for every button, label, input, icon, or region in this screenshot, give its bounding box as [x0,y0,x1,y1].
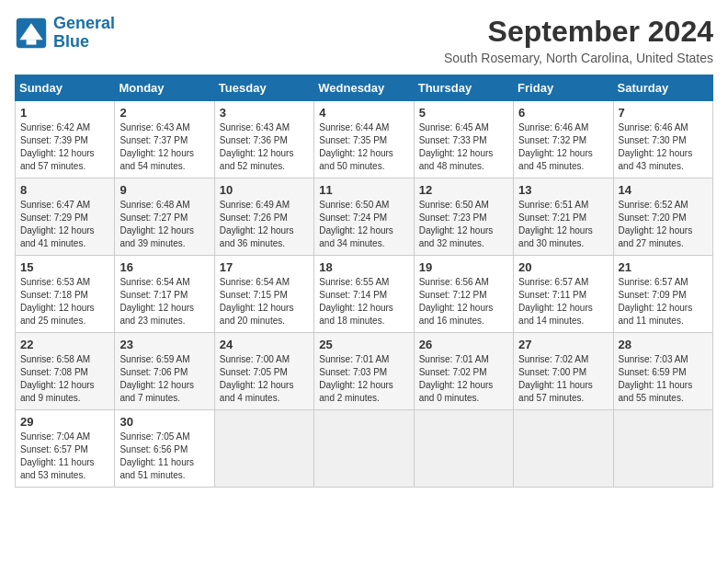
calendar-cell: 17 Sunrise: 6:54 AMSunset: 7:15 PMDaylig… [214,256,313,333]
calendar-cell: 8 Sunrise: 6:47 AMSunset: 7:29 PMDayligh… [16,178,115,256]
day-number: 24 [220,338,309,351]
day-number: 28 [619,338,708,351]
calendar-cell: 23 Sunrise: 6:59 AMSunset: 7:06 PMDaylig… [115,333,214,410]
day-info: Sunrise: 6:49 AMSunset: 7:26 PMDaylight:… [220,200,294,248]
day-number: 4 [319,106,408,120]
day-info: Sunrise: 6:46 AMSunset: 7:30 PMDaylight:… [619,122,693,171]
calendar-cell: 19 Sunrise: 6:56 AMSunset: 7:12 PMDaylig… [414,256,513,333]
day-info: Sunrise: 6:55 AMSunset: 7:14 PMDaylight:… [319,277,393,326]
calendar-cell: 15 Sunrise: 6:53 AMSunset: 7:18 PMDaylig… [16,256,115,333]
day-number: 8 [20,183,109,197]
day-number: 23 [119,338,209,351]
calendar-cell: 29 Sunrise: 7:04 AMSunset: 6:57 PMDaylig… [16,410,115,488]
calendar-cell [613,410,712,488]
day-info: Sunrise: 6:47 AMSunset: 7:29 PMDaylight:… [20,200,95,248]
calendar-cell: 26 Sunrise: 7:01 AMSunset: 7:02 PMDaylig… [414,333,513,410]
day-number: 18 [319,260,408,274]
day-number: 17 [220,260,309,274]
calendar-cell: 11 Sunrise: 6:50 AMSunset: 7:24 PMDaylig… [314,178,414,256]
calendar-cell: 7 Sunrise: 6:46 AMSunset: 7:30 PMDayligh… [613,101,712,178]
calendar-cell [314,410,414,488]
logo-icon [15,17,48,50]
calendar-row: 22 Sunrise: 6:58 AMSunset: 7:08 PMDaylig… [16,333,713,410]
logo-text: General Blue [53,15,115,52]
day-number: 20 [518,260,608,274]
calendar-cell: 25 Sunrise: 7:01 AMSunset: 7:03 PMDaylig… [314,333,414,410]
day-number: 30 [119,415,209,429]
day-number: 6 [518,106,608,120]
day-number: 1 [20,106,109,120]
day-info: Sunrise: 7:05 AMSunset: 6:56 PMDaylight:… [119,431,194,480]
day-info: Sunrise: 6:57 AMSunset: 7:09 PMDaylight:… [619,277,693,326]
day-info: Sunrise: 6:50 AMSunset: 7:24 PMDaylight:… [319,200,393,248]
calendar-day-header: Wednesday [314,75,414,101]
calendar-row: 29 Sunrise: 7:04 AMSunset: 6:57 PMDaylig… [16,410,713,488]
day-number: 2 [119,106,209,120]
day-info: Sunrise: 6:57 AMSunset: 7:11 PMDaylight:… [518,277,593,326]
calendar-cell: 14 Sunrise: 6:52 AMSunset: 7:20 PMDaylig… [613,178,712,256]
day-info: Sunrise: 6:48 AMSunset: 7:27 PMDaylight:… [119,200,194,248]
calendar-day-header: Monday [115,75,214,101]
day-info: Sunrise: 7:01 AMSunset: 7:03 PMDaylight:… [319,354,393,403]
calendar-cell: 4 Sunrise: 6:44 AMSunset: 7:35 PMDayligh… [314,101,414,178]
day-info: Sunrise: 6:46 AMSunset: 7:32 PMDaylight:… [518,122,593,171]
calendar-cell [214,410,313,488]
calendar-cell: 22 Sunrise: 6:58 AMSunset: 7:08 PMDaylig… [16,333,115,410]
calendar-cell: 24 Sunrise: 7:00 AMSunset: 7:05 PMDaylig… [214,333,313,410]
day-number: 10 [220,183,309,197]
calendar-row: 1 Sunrise: 6:42 AMSunset: 7:39 PMDayligh… [16,101,713,178]
calendar-day-header: Tuesday [214,75,313,101]
calendar-cell: 6 Sunrise: 6:46 AMSunset: 7:32 PMDayligh… [514,101,613,178]
day-info: Sunrise: 6:56 AMSunset: 7:12 PMDaylight:… [419,277,494,326]
day-info: Sunrise: 6:53 AMSunset: 7:18 PMDaylight:… [20,277,95,326]
day-number: 9 [119,183,209,197]
day-number: 14 [619,183,708,197]
calendar-cell: 9 Sunrise: 6:48 AMSunset: 7:27 PMDayligh… [115,178,214,256]
calendar-row: 8 Sunrise: 6:47 AMSunset: 7:29 PMDayligh… [16,178,713,256]
day-info: Sunrise: 6:45 AMSunset: 7:33 PMDaylight:… [419,122,494,171]
calendar-day-header: Sunday [16,75,115,101]
day-number: 21 [619,260,708,274]
day-info: Sunrise: 6:54 AMSunset: 7:15 PMDaylight:… [220,277,294,326]
calendar-cell: 28 Sunrise: 7:03 AMSunset: 6:59 PMDaylig… [613,333,712,410]
day-number: 11 [319,183,408,197]
day-number: 12 [419,183,508,197]
logo: General Blue [15,15,115,52]
calendar-day-header: Friday [514,75,613,101]
calendar-cell: 10 Sunrise: 6:49 AMSunset: 7:26 PMDaylig… [214,178,313,256]
calendar-cell: 18 Sunrise: 6:55 AMSunset: 7:14 PMDaylig… [314,256,414,333]
day-info: Sunrise: 7:02 AMSunset: 7:00 PMDaylight:… [518,354,593,403]
day-number: 15 [20,260,109,274]
day-info: Sunrise: 6:54 AMSunset: 7:17 PMDaylight:… [119,277,194,326]
calendar-cell: 1 Sunrise: 6:42 AMSunset: 7:39 PMDayligh… [16,101,115,178]
calendar-cell: 21 Sunrise: 6:57 AMSunset: 7:09 PMDaylig… [613,256,712,333]
day-number: 19 [419,260,508,274]
day-info: Sunrise: 6:59 AMSunset: 7:06 PMDaylight:… [119,354,194,403]
calendar-row: 15 Sunrise: 6:53 AMSunset: 7:18 PMDaylig… [16,256,713,333]
page-header: General Blue September 2024 South Rosema… [15,15,713,65]
day-number: 27 [518,338,608,351]
day-info: Sunrise: 6:52 AMSunset: 7:20 PMDaylight:… [619,200,693,248]
day-info: Sunrise: 6:58 AMSunset: 7:08 PMDaylight:… [20,354,95,403]
day-number: 13 [518,183,608,197]
day-number: 26 [419,338,508,351]
calendar-cell [414,410,513,488]
page-subtitle: South Rosemary, North Carolina, United S… [444,51,713,65]
day-info: Sunrise: 6:42 AMSunset: 7:39 PMDaylight:… [20,122,95,171]
svg-rect-2 [27,40,37,44]
calendar-day-header: Saturday [613,75,712,101]
page-title: September 2024 [444,15,713,49]
calendar-cell: 2 Sunrise: 6:43 AMSunset: 7:37 PMDayligh… [115,101,214,178]
day-number: 22 [20,338,109,351]
day-number: 7 [619,106,708,120]
day-info: Sunrise: 6:43 AMSunset: 7:37 PMDaylight:… [119,122,194,171]
calendar-cell [514,410,613,488]
day-number: 3 [220,106,309,120]
day-number: 25 [319,338,408,351]
day-info: Sunrise: 7:03 AMSunset: 6:59 PMDaylight:… [619,354,693,403]
calendar-cell: 12 Sunrise: 6:50 AMSunset: 7:23 PMDaylig… [414,178,513,256]
day-info: Sunrise: 7:01 AMSunset: 7:02 PMDaylight:… [419,354,494,403]
calendar-table: SundayMondayTuesdayWednesdayThursdayFrid… [15,75,713,488]
calendar-day-header: Thursday [414,75,513,101]
calendar-cell: 5 Sunrise: 6:45 AMSunset: 7:33 PMDayligh… [414,101,513,178]
